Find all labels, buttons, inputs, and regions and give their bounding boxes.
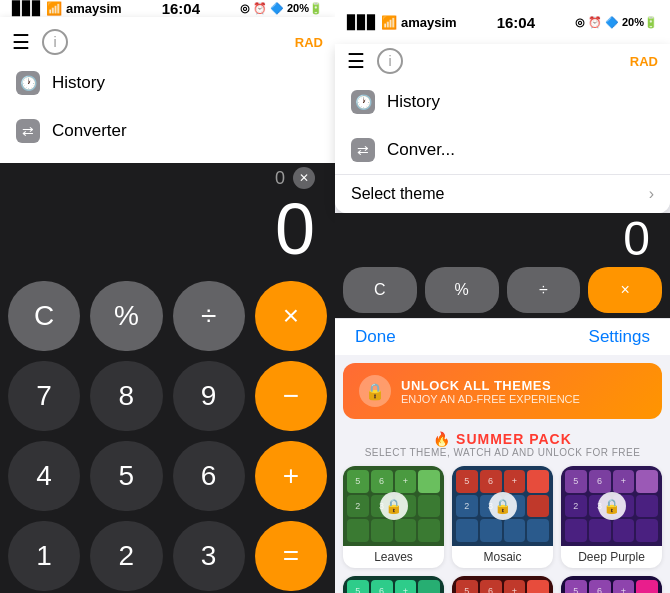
leaves-lock-icon: 🔒 [380, 492, 408, 520]
deeppurple-lock-icon: 🔒 [598, 492, 626, 520]
chevron-right-icon: › [649, 185, 654, 203]
key-plus[interactable]: + [255, 441, 327, 511]
secondary-value: 0 [275, 168, 285, 189]
right-carrier: amaysim [401, 15, 457, 30]
right-status-left: ▊▊▊ 📶 amaysim [347, 15, 457, 30]
right-status-right: ◎ ⏰ 🔷 20%🔋 [575, 16, 658, 29]
right-menu-overlay: ☰ i RAD 🕐 History ⇄ Conver... Select the… [335, 44, 670, 213]
fireworks-preview: 5 6 + 2 3 🔒 [561, 576, 662, 593]
left-status-left: ▊▊▊ 📶 amaysim [12, 1, 122, 16]
right-location-icon: ◎ [575, 16, 585, 29]
left-keypad: C % ÷ × 7 8 9 − 4 5 6 + 1 2 3 = 0 +/− [0, 273, 335, 593]
mosaic-lock-icon: 🔒 [489, 492, 517, 520]
main-display: 0 [20, 193, 315, 265]
right-sidebar-converter[interactable]: ⇄ Conver... [335, 126, 670, 174]
key-8[interactable]: 8 [90, 361, 162, 431]
right-converter-icon: ⇄ [351, 138, 375, 162]
key-7[interactable]: 7 [8, 361, 80, 431]
settings-button[interactable]: Settings [589, 327, 650, 347]
summer-pack-subtitle: SELECT THEME, WATCH AD AND UNLOCK FOR FR… [343, 447, 662, 458]
summer-pack-header: 🔥 SUMMER PACK SELECT THEME, WATCH AD AND… [343, 431, 662, 458]
hamburger-icon[interactable]: ☰ [12, 30, 30, 54]
right-battery-icon: 20%🔋 [622, 16, 658, 29]
history-icon: 🕐 [16, 71, 40, 95]
theme-card-deeppurple[interactable]: 5 6 + 2 3 🔒 Deep Purple [561, 466, 662, 568]
right-rad-badge: RAD [630, 54, 658, 69]
theme-card-aurora[interactable]: 5 6 + 2 3 🔒 Aurora [343, 576, 444, 593]
left-top-bar: ☰ i RAD [0, 25, 335, 59]
left-calculator-panel: ▊▊▊ 📶 amaysim 16:04 ◎ ⏰ 🔷 20%🔋 ☰ i RAD 🕐… [0, 0, 335, 593]
mosaic-preview: 5 6 + 2 3 🔒 [452, 466, 553, 546]
summer-pack-title: 🔥 SUMMER PACK [343, 431, 662, 447]
snippet-key-div[interactable]: ÷ [507, 267, 581, 313]
leaves-theme-name: Leaves [343, 546, 444, 568]
deeppurple-theme-name: Deep Purple [561, 546, 662, 568]
done-button[interactable]: Done [355, 327, 396, 347]
snippet-key-mul[interactable]: × [588, 267, 662, 313]
history-label: History [52, 73, 105, 93]
unlock-banner[interactable]: 🔒 UNLOCK ALL THEMES ENJOY AN AD-FREE EXP… [343, 363, 662, 419]
themes-grid-row1: 5 6 + 2 3 🔒 Leaves [343, 466, 662, 568]
key-divide[interactable]: ÷ [173, 281, 245, 351]
right-history-icon: 🕐 [351, 90, 375, 114]
right-theme-panel: ▊▊▊ 📶 amaysim 16:04 ◎ ⏰ 🔷 20%🔋 ☰ i RAD 🕐… [335, 0, 670, 593]
sidebar-item-history[interactable]: 🕐 History [0, 59, 335, 107]
key-multiply[interactable]: × [255, 281, 327, 351]
snippet-key-c[interactable]: C [343, 267, 417, 313]
signal-icon: ▊▊▊ [12, 1, 42, 16]
unlock-text: UNLOCK ALL THEMES ENJOY AN AD-FREE EXPER… [401, 378, 580, 405]
lock-icon: 🔒 [359, 375, 391, 407]
unlock-title: UNLOCK ALL THEMES [401, 378, 580, 393]
key-9[interactable]: 9 [173, 361, 245, 431]
right-top-bar: ☰ i RAD [335, 44, 670, 78]
key-5[interactable]: 5 [90, 441, 162, 511]
select-theme-label: Select theme [351, 185, 444, 203]
right-info-icon[interactable]: i [377, 48, 403, 74]
info-icon[interactable]: i [42, 29, 68, 55]
key-6[interactable]: 6 [173, 441, 245, 511]
theme-card-leaves[interactable]: 5 6 + 2 3 🔒 Leaves [343, 466, 444, 568]
snippet-key-percent[interactable]: % [425, 267, 499, 313]
key-4[interactable]: 4 [8, 441, 80, 511]
rad-badge: RAD [295, 35, 323, 50]
bottom-bar: Done Settings [335, 318, 670, 355]
left-display-area: 0 ✕ 0 [0, 163, 335, 273]
key-1[interactable]: 1 [8, 521, 80, 591]
unlock-subtitle: ENJOY AN AD-FREE EXPERIENCE [401, 393, 580, 405]
mosaic-theme-name: Mosaic [452, 546, 553, 568]
left-status-bar: ▊▊▊ 📶 amaysim 16:04 ◎ ⏰ 🔷 20%🔋 [0, 0, 335, 17]
key-percent[interactable]: % [90, 281, 162, 351]
key-equals[interactable]: = [255, 521, 327, 591]
wifi-icon: 📶 [46, 1, 62, 16]
key-minus[interactable]: − [255, 361, 327, 431]
key-2[interactable]: 2 [90, 521, 162, 591]
theme-card-volcano[interactable]: 5 6 + 2 3 🔒 Volcano [452, 576, 553, 593]
theme-card-fireworks[interactable]: 5 6 + 2 3 🔒 Fireworks [561, 576, 662, 593]
secondary-display: 0 ✕ [20, 163, 315, 193]
select-theme-row[interactable]: Select theme › [335, 174, 670, 213]
key-clear[interactable]: C [8, 281, 80, 351]
right-display-snippet: 0 [335, 213, 670, 263]
carrier-label: amaysim [66, 1, 122, 16]
clear-secondary-btn[interactable]: ✕ [293, 167, 315, 189]
right-main-display: 0 [623, 211, 650, 266]
bluetooth-icon: 🔷 [270, 2, 284, 15]
sidebar-item-converter[interactable]: ⇄ Converter [0, 107, 335, 155]
aurora-preview: 5 6 + 2 3 🔒 [343, 576, 444, 593]
right-sidebar-history[interactable]: 🕐 History [335, 78, 670, 126]
themes-grid-row2: 5 6 + 2 3 🔒 Aurora [343, 576, 662, 593]
right-converter-label: Conver... [387, 140, 455, 160]
left-status-right: ◎ ⏰ 🔷 20%🔋 [240, 2, 323, 15]
themes-scroll-area[interactable]: 🔒 UNLOCK ALL THEMES ENJOY AN AD-FREE EXP… [335, 355, 670, 593]
key-3[interactable]: 3 [173, 521, 245, 591]
right-keypad-snippet: C % ÷ × [335, 263, 670, 318]
battery-icon: 20%🔋 [287, 2, 323, 15]
leaves-preview: 5 6 + 2 3 🔒 [343, 466, 444, 546]
alarm-icon: ⏰ [253, 2, 267, 15]
right-signal-icon: ▊▊▊ [347, 15, 377, 30]
converter-label: Converter [52, 121, 127, 141]
theme-card-mosaic[interactable]: 5 6 + 2 3 🔒 Mosaic [452, 466, 553, 568]
converter-icon: ⇄ [16, 119, 40, 143]
right-time: 16:04 [497, 14, 535, 31]
right-hamburger-icon[interactable]: ☰ [347, 49, 365, 73]
